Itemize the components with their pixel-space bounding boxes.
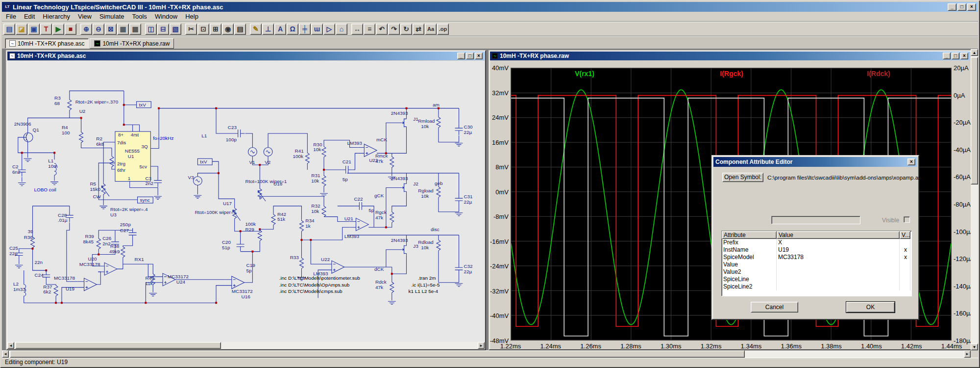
menu-item-view[interactable]: View	[74, 12, 96, 21]
visible-cell[interactable]: x	[900, 254, 910, 261]
table-row[interactable]: SpiceLine	[722, 276, 911, 283]
minimize-button[interactable]: _	[948, 3, 956, 11]
menu-item-edit[interactable]: Edit	[20, 12, 39, 21]
visible-cell[interactable]	[900, 283, 910, 290]
menu-item-simulate[interactable]: Simulate	[96, 12, 128, 21]
open-schematic-button[interactable]: ▤	[3, 24, 15, 35]
schematic-hscroll-thumb[interactable]	[15, 342, 221, 349]
tile-horizontal-button[interactable]: ⊟	[157, 24, 169, 35]
zoom-in-button[interactable]: ⊕	[80, 24, 92, 35]
drag-button[interactable]: ≡	[364, 24, 375, 35]
attribute-value-input[interactable]	[771, 216, 860, 224]
mdi-scroll-left-icon[interactable]: ◄	[2, 350, 9, 358]
dialog-close-button[interactable]: ×	[907, 158, 915, 165]
redo-button[interactable]: ↷	[388, 24, 400, 35]
mirror-button[interactable]: ⇄	[413, 24, 424, 35]
show-grid-button[interactable]: ▦	[117, 24, 129, 35]
text-button[interactable]: Aa	[425, 24, 437, 35]
value-cell[interactable]	[777, 283, 900, 290]
attribute-cell[interactable]: SpiceModel	[722, 254, 777, 261]
visible-checkbox[interactable]	[904, 216, 910, 223]
tile-vertical-button[interactable]: ◫	[145, 24, 157, 35]
main-titlebar[interactable]: LT Linear Technology LTspice/SwitcherCAD…	[2, 2, 978, 12]
rotate-button[interactable]: ↻	[400, 24, 412, 35]
find-button[interactable]: ◉	[222, 24, 234, 35]
trace-name-I(Rgck)[interactable]: I(Rgck)	[720, 70, 743, 78]
schematic-canvas[interactable]: R368Rtot=2K wiper=.370U22N3906Q1R4100R26…	[7, 61, 485, 344]
value-cell[interactable]	[777, 276, 900, 283]
ok-button[interactable]: OK	[846, 302, 895, 313]
voltage-probe-button[interactable]: T	[40, 24, 52, 35]
zoom-full-extents-button[interactable]: ⊠	[105, 24, 117, 35]
snap-grid-button[interactable]: ▩	[129, 24, 141, 35]
menu-item-window[interactable]: Window	[151, 12, 181, 21]
menu-item-tools[interactable]: Tools	[128, 12, 151, 21]
table-row[interactable]: PrefixX	[722, 239, 911, 246]
waveform-close-button[interactable]: ×	[960, 53, 968, 59]
waveform-titlebar[interactable]: ~ 10mH -TX+RX phase.raw _ □ ×	[490, 52, 970, 60]
menu-item-help[interactable]: Help	[181, 12, 202, 21]
trace-name-I(Rdck)[interactable]: I(Rdck)	[867, 70, 890, 78]
run-simulation-button[interactable]: ▶	[52, 24, 64, 35]
schematic-minimize-button[interactable]: _	[457, 53, 465, 59]
maximize-button[interactable]: □	[957, 3, 966, 11]
open-file-button[interactable]: ◪	[16, 24, 27, 35]
place-component-button[interactable]: ⌂	[336, 24, 347, 35]
trace-name-V(rx1)[interactable]: V(rx1)	[575, 70, 594, 78]
place-label-button[interactable]: A	[274, 24, 286, 35]
column-header-value[interactable]: Value	[777, 231, 900, 239]
zoom-out-button[interactable]: ⊖	[93, 24, 104, 35]
move-button[interactable]: ↔	[351, 24, 363, 35]
table-row[interactable]: SpiceLine2	[722, 283, 911, 290]
cut-button[interactable]: ✂	[185, 24, 197, 35]
column-header-attribute[interactable]: Attribute	[722, 231, 777, 239]
visible-cell[interactable]	[900, 261, 910, 268]
mdi-hscroll-thumb[interactable]	[10, 350, 745, 358]
spice-directive-button[interactable]: .op	[437, 24, 449, 35]
tab-asc[interactable]: ~10mH -TX+RX phase.asc	[5, 38, 89, 49]
schematic-maximize-button[interactable]: □	[466, 53, 474, 59]
mdi-vscroll-thumb[interactable]	[971, 57, 978, 184]
visible-cell[interactable]	[900, 276, 910, 283]
schematic-titlebar[interactable]: ~ 10mH -TX+RX phase.asc _ □ ×	[7, 52, 485, 60]
attribute-cell[interactable]: Value	[722, 261, 777, 268]
schematic-close-button[interactable]: ×	[475, 53, 483, 59]
open-symbol-button[interactable]: Open Symbol:	[722, 173, 763, 182]
value-cell[interactable]	[777, 261, 900, 268]
undo-button[interactable]: ↶	[376, 24, 388, 35]
attribute-cell[interactable]: SpiceLine2	[722, 283, 777, 290]
attribute-cell[interactable]: Value2	[722, 268, 777, 276]
value-cell[interactable]: X	[777, 239, 900, 246]
paste-button[interactable]: ⊞	[210, 24, 221, 35]
table-row[interactable]: SpiceModelMC33178x	[722, 254, 911, 261]
cascade-windows-button[interactable]: ▧	[170, 24, 181, 35]
menu-item-file[interactable]: File	[2, 12, 20, 21]
place-ground-button[interactable]: ⊥	[262, 24, 274, 35]
schematic-hscroll-track[interactable]	[14, 342, 478, 349]
mdi-hscroll-track[interactable]	[9, 350, 964, 358]
attribute-cell[interactable]: SpiceLine	[722, 276, 777, 283]
place-capacitor-button[interactable]: ╪	[299, 24, 311, 35]
table-row[interactable]: Value	[722, 261, 911, 268]
waveform-minimize-button[interactable]: _	[943, 53, 951, 59]
visible-cell[interactable]	[900, 268, 910, 276]
place-diode-button[interactable]: ▷	[323, 24, 335, 35]
place-resistor-button[interactable]: Ω	[287, 24, 298, 35]
visible-cell[interactable]	[900, 239, 910, 246]
menu-item-hierarchy[interactable]: Hierarchy	[39, 12, 74, 21]
save-button[interactable]: ▣	[28, 24, 40, 35]
close-button[interactable]: ×	[967, 3, 976, 11]
halt-simulation-button[interactable]: ■	[65, 24, 76, 35]
value-cell[interactable]: MC33178	[777, 254, 900, 261]
dialog-titlebar[interactable]: Component Attribute Editor ×	[713, 157, 917, 167]
column-header-v[interactable]: V...	[900, 231, 910, 239]
waveform-maximize-button[interactable]: □	[952, 53, 959, 59]
mdi-scroll-right-icon[interactable]: ►	[964, 350, 971, 358]
table-row[interactable]: InstNameU19x	[722, 246, 911, 254]
scroll-down-icon[interactable]: ▼	[971, 343, 978, 350]
scroll-left-icon[interactable]: ◄	[7, 342, 14, 349]
table-row[interactable]: Value2	[722, 268, 911, 276]
attribute-cell[interactable]: InstName	[722, 246, 777, 254]
value-cell[interactable]	[777, 268, 900, 276]
visible-cell[interactable]: x	[900, 246, 910, 254]
